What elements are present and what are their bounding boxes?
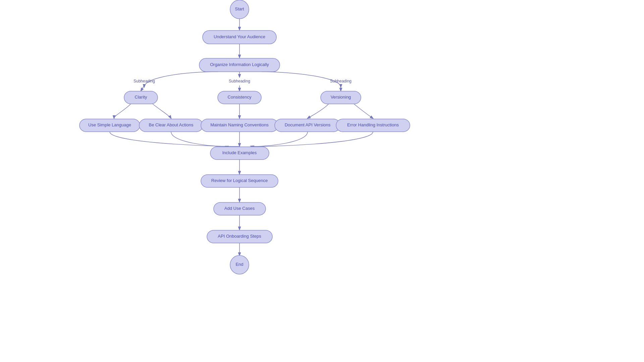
subheading-consistency-label: Subheading: [229, 79, 250, 83]
node-include-examples-label: Include Examples: [222, 150, 257, 155]
arrow-docapi-examples: [251, 132, 308, 146]
arrow-clarity-clear: [153, 104, 171, 118]
subheading-versioning-label: Subheading: [330, 79, 352, 83]
node-clear-actions-label: Be Clear About Actions: [149, 122, 194, 127]
arrow-versioning-docapi: [308, 104, 329, 118]
node-add-use-cases-label: Add Use Cases: [224, 206, 255, 211]
arrow-versioning-error: [354, 104, 373, 118]
arrow-sub-clarity: [141, 85, 144, 91]
arrow-clarity-simple: [114, 104, 131, 118]
node-error-handling-label: Error Handling Instructions: [347, 122, 399, 127]
node-understand-label: Understand Your Audience: [214, 34, 265, 39]
node-simple-language-label: Use Simple Language: [88, 122, 131, 127]
flowchart-diagram: Start Understand Your Audience Organize …: [0, 0, 644, 362]
node-clarity-label: Clarity: [135, 95, 147, 100]
node-versioning-label: Versioning: [331, 95, 351, 100]
node-end-label: End: [235, 262, 243, 267]
node-naming-conventions-label: Maintain Naming Conventions: [210, 122, 269, 127]
node-start-label: Start: [235, 6, 244, 11]
node-organize-label: Organize Information Logically: [210, 62, 269, 67]
node-doc-api-versions-label: Document API Versions: [285, 122, 331, 127]
arrow-error-examples: [251, 132, 373, 146]
node-consistency-label: Consistency: [228, 95, 252, 100]
node-review-label: Review for Logical Sequence: [211, 178, 268, 183]
node-api-onboarding-label: API Onboarding Steps: [218, 234, 261, 239]
arrow-organize-versioning-sub: [262, 72, 341, 87]
subheading-clarity-label: Subheading: [133, 79, 155, 83]
arrow-organize-clarity-sub: [144, 72, 218, 87]
arrow-simple-examples: [110, 132, 239, 146]
